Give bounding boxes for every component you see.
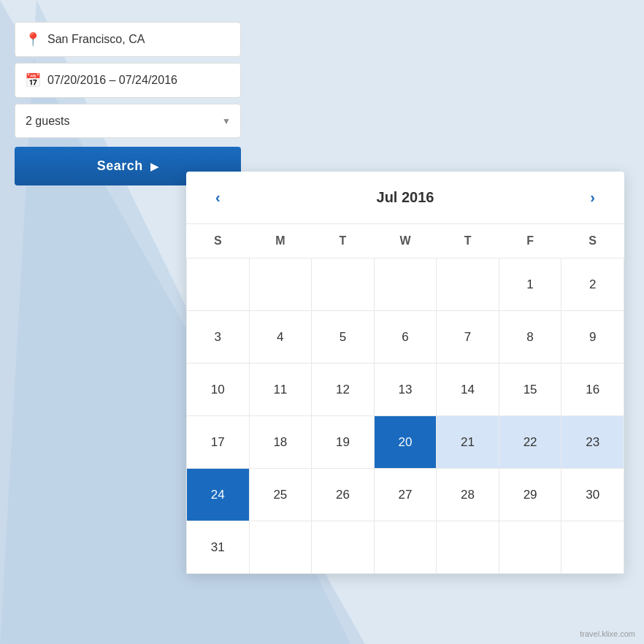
day-number: 31 xyxy=(187,521,249,573)
calendar-day-empty xyxy=(374,521,437,574)
day-number: 14 xyxy=(437,364,499,415)
calendar-week-2: 10111213141516 xyxy=(187,364,624,416)
search-button-arrow-icon: ▶ xyxy=(150,161,159,172)
day-number: 24 xyxy=(187,469,249,521)
calendar-day-empty xyxy=(187,258,250,311)
calendar-day-empty xyxy=(561,521,624,574)
day-header-sun: S xyxy=(187,224,250,258)
calendar-day-empty xyxy=(437,258,499,311)
day-number: 1 xyxy=(499,258,561,310)
calendar-header: ‹ Jul 2016 › xyxy=(186,172,624,224)
calendar-day-16[interactable]: 16 xyxy=(561,364,624,416)
calendar-next-button[interactable]: › xyxy=(583,186,602,209)
day-number: 13 xyxy=(375,364,437,415)
day-number: 10 xyxy=(187,364,249,415)
day-header-fri: F xyxy=(499,224,561,258)
calendar-day-20[interactable]: 20 xyxy=(374,416,437,469)
day-number: 17 xyxy=(187,416,249,468)
day-number: 11 xyxy=(250,364,312,415)
day-number: 7 xyxy=(437,311,499,363)
day-number: 16 xyxy=(561,364,624,415)
location-input[interactable] xyxy=(15,22,241,57)
day-header-sat: S xyxy=(561,224,624,258)
day-number: 27 xyxy=(375,469,437,521)
calendar-prev-button[interactable]: ‹ xyxy=(208,186,228,209)
calendar-day-14[interactable]: 14 xyxy=(437,364,499,416)
calendar-day-9[interactable]: 9 xyxy=(561,311,624,364)
calendar-day-26[interactable]: 26 xyxy=(312,469,375,521)
calendar-day-23[interactable]: 23 xyxy=(561,416,624,469)
day-number: 29 xyxy=(499,469,561,521)
day-number: 8 xyxy=(499,311,561,363)
calendar-day-empty xyxy=(374,258,437,311)
day-number: 20 xyxy=(375,416,437,468)
day-number: 12 xyxy=(312,364,374,415)
guests-wrapper: 1 guest 2 guests 3 guests 4 guests 5 gue… xyxy=(15,104,241,138)
day-header-thu: T xyxy=(437,224,499,258)
calendar-day-1[interactable]: 1 xyxy=(499,258,561,311)
calendar-day-5[interactable]: 5 xyxy=(312,311,375,364)
calendar-day-29[interactable]: 29 xyxy=(499,469,561,521)
calendar-day-17[interactable]: 17 xyxy=(187,416,250,469)
guests-select[interactable]: 1 guest 2 guests 3 guests 4 guests 5 gue… xyxy=(15,104,241,138)
calendar-day-15[interactable]: 15 xyxy=(499,364,561,416)
day-header-wed: W xyxy=(374,224,437,258)
day-number: 2 xyxy=(561,258,624,310)
dates-input[interactable] xyxy=(15,63,241,98)
calendar-day-24[interactable]: 24 xyxy=(187,469,250,521)
day-number: 9 xyxy=(561,311,624,363)
calendar-day-18[interactable]: 18 xyxy=(249,416,312,469)
search-panel: 📍 📅 1 guest 2 guests 3 guests 4 guests 5… xyxy=(15,22,241,185)
calendar-day-8[interactable]: 8 xyxy=(499,311,561,364)
location-icon: 📍 xyxy=(25,31,41,47)
search-button-label: Search xyxy=(97,158,143,174)
calendar-day-empty xyxy=(312,258,375,311)
calendar-month-year: Jul 2016 xyxy=(377,189,434,206)
day-number: 30 xyxy=(561,469,624,521)
location-wrapper: 📍 xyxy=(15,22,241,57)
calendar-week-4: 24252627282930 xyxy=(187,469,624,521)
calendar-day-2[interactable]: 2 xyxy=(561,258,624,311)
calendar-week-1: 3456789 xyxy=(187,311,624,364)
calendar-day-12[interactable]: 12 xyxy=(312,364,375,416)
calendar-day-3[interactable]: 3 xyxy=(187,311,250,364)
calendar-day-10[interactable]: 10 xyxy=(187,364,250,416)
calendar-panel: ‹ Jul 2016 › S M T W T F S 1234567891011… xyxy=(186,172,624,574)
watermark: travel.klixe.com xyxy=(580,629,635,638)
calendar-day-30[interactable]: 30 xyxy=(561,469,624,521)
day-header-tue: T xyxy=(312,224,375,258)
day-number: 19 xyxy=(312,416,374,468)
calendar-day-empty xyxy=(437,521,499,574)
page-wrapper: 📍 📅 1 guest 2 guests 3 guests 4 guests 5… xyxy=(0,0,644,644)
day-number: 26 xyxy=(312,469,374,521)
calendar-week-5: 31 xyxy=(187,521,624,574)
calendar-day-19[interactable]: 19 xyxy=(312,416,375,469)
calendar-days-header: S M T W T F S xyxy=(187,224,624,258)
calendar-day-27[interactable]: 27 xyxy=(374,469,437,521)
calendar-day-empty xyxy=(249,258,312,311)
calendar-day-empty xyxy=(499,521,561,574)
day-header-mon: M xyxy=(249,224,312,258)
day-number: 22 xyxy=(499,416,561,468)
calendar-day-25[interactable]: 25 xyxy=(249,469,312,521)
day-number: 3 xyxy=(187,311,249,363)
day-number: 23 xyxy=(561,416,624,468)
day-number: 6 xyxy=(375,311,437,363)
day-number: 25 xyxy=(250,469,312,521)
calendar-day-empty xyxy=(249,521,312,574)
calendar-day-11[interactable]: 11 xyxy=(249,364,312,416)
calendar-icon: 📅 xyxy=(25,72,41,88)
day-number: 5 xyxy=(312,311,374,363)
calendar-grid: S M T W T F S 12345678910111213141516171… xyxy=(186,224,624,574)
calendar-day-7[interactable]: 7 xyxy=(437,311,499,364)
calendar-day-21[interactable]: 21 xyxy=(437,416,499,469)
calendar-day-13[interactable]: 13 xyxy=(374,364,437,416)
day-number: 15 xyxy=(499,364,561,415)
calendar-day-31[interactable]: 31 xyxy=(187,521,250,574)
calendar-day-4[interactable]: 4 xyxy=(249,311,312,364)
calendar-day-28[interactable]: 28 xyxy=(437,469,499,521)
dates-wrapper: 📅 xyxy=(15,63,241,98)
calendar-day-22[interactable]: 22 xyxy=(499,416,561,469)
calendar-week-3: 17181920212223 xyxy=(187,416,624,469)
calendar-day-6[interactable]: 6 xyxy=(374,311,437,364)
